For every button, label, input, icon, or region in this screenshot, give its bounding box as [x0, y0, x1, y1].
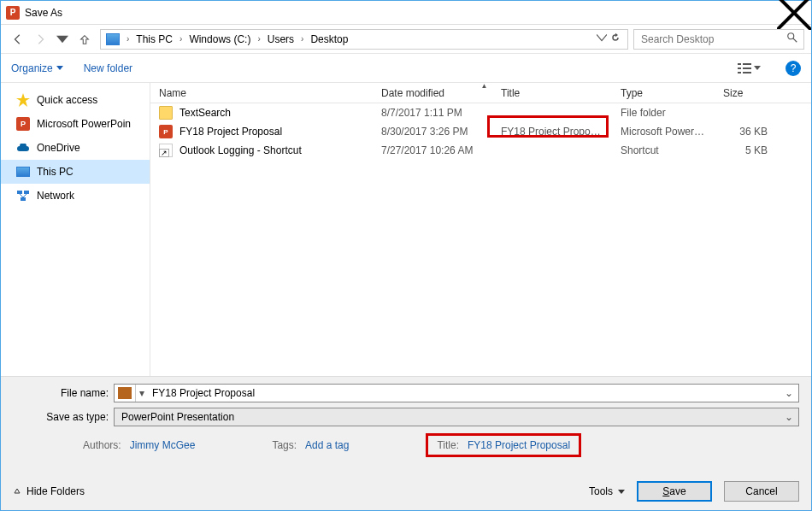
- file-date: 8/30/2017 3:26 PM: [373, 126, 492, 138]
- back-button[interactable]: [8, 29, 28, 50]
- navigation-bar: › This PC › Windows (C:) › Users › Deskt…: [1, 25, 811, 54]
- svg-rect-5: [743, 63, 751, 65]
- sidebar-item-label: Network: [37, 190, 74, 202]
- sidebar-item-network[interactable]: Network: [1, 184, 150, 208]
- new-folder-button[interactable]: New folder: [84, 62, 132, 74]
- breadcrumb-windows-c[interactable]: Windows (C:): [185, 32, 254, 47]
- filename-row: File name: ▾ ⌄: [13, 384, 799, 402]
- forward-button[interactable]: [30, 29, 50, 50]
- sidebar-item-this-pc[interactable]: This PC: [1, 160, 150, 184]
- column-date-modified[interactable]: Date modified: [373, 83, 492, 103]
- file-type: Shortcut: [612, 144, 715, 156]
- tags-label: Tags:: [272, 439, 297, 451]
- svg-rect-9: [743, 72, 751, 73]
- file-type: Microsoft PowerP...: [612, 126, 715, 138]
- file-size: 36 KB: [715, 126, 783, 138]
- sidebar-item-powerpoint[interactable]: P Microsoft PowerPoin: [1, 112, 150, 136]
- file-rows: TextSearch 8/7/2017 1:11 PM File folder …: [150, 103, 811, 376]
- bottom-panel: File name: ▾ ⌄ Save as type: PowerPoint …: [1, 376, 811, 510]
- tags-value[interactable]: Add a tag: [305, 439, 349, 451]
- metadata-row: Authors: Jimmy McGee Tags: Add a tag Tit…: [13, 433, 799, 457]
- search-box[interactable]: [633, 29, 804, 50]
- breadcrumb-this-pc[interactable]: This PC: [132, 32, 176, 47]
- address-bar[interactable]: › This PC › Windows (C:) › Users › Deskt…: [100, 29, 628, 50]
- saveastype-combo[interactable]: PowerPoint Presentation ⌄: [114, 408, 799, 426]
- chevron-right-icon[interactable]: ›: [123, 34, 132, 44]
- chevron-right-icon[interactable]: ›: [297, 34, 307, 44]
- file-date: 7/27/2017 10:26 AM: [373, 144, 492, 156]
- chevron-right-icon[interactable]: ›: [176, 34, 185, 44]
- svg-rect-6: [738, 68, 741, 69]
- sidebar-item-label: OneDrive: [37, 142, 80, 154]
- svg-rect-10: [17, 191, 22, 194]
- up-button[interactable]: [74, 29, 95, 50]
- cancel-button[interactable]: Cancel: [724, 481, 799, 502]
- file-date: 8/7/2017 1:11 PM: [373, 107, 492, 119]
- saveastype-row: Save as type: PowerPoint Presentation ⌄: [13, 408, 799, 426]
- organize-menu[interactable]: Organize: [11, 62, 63, 74]
- filename-input[interactable]: [150, 386, 780, 400]
- saveastype-dropdown[interactable]: ⌄: [783, 408, 795, 426]
- title-bar: P Save As: [1, 1, 811, 25]
- refresh-icon[interactable]: [610, 32, 621, 45]
- svg-point-2: [788, 33, 794, 39]
- saveastype-label: Save as type:: [13, 411, 109, 423]
- network-icon: [16, 189, 30, 203]
- authors-value[interactable]: Jimmy McGee: [130, 439, 196, 451]
- chevron-right-icon[interactable]: ›: [254, 34, 263, 44]
- hide-folders-button[interactable]: Hide Folders: [13, 485, 85, 497]
- svg-rect-8: [738, 72, 741, 73]
- sidebar-item-quick-access[interactable]: Quick access: [1, 88, 150, 112]
- svg-line-13: [20, 194, 23, 197]
- filename-dropdown[interactable]: ⌄: [783, 385, 795, 402]
- column-headers: Name▲ Date modified Title Type Size: [150, 83, 811, 103]
- tools-menu[interactable]: Tools: [589, 485, 625, 497]
- cloud-icon: [16, 141, 30, 155]
- search-input[interactable]: [639, 32, 768, 46]
- window-title: Save As: [25, 7, 62, 19]
- sidebar-item-onedrive[interactable]: OneDrive: [1, 136, 150, 160]
- column-title[interactable]: Title: [492, 83, 612, 103]
- navigation-pane: Quick access P Microsoft PowerPoin OneDr…: [1, 83, 150, 376]
- sidebar-item-label: This PC: [37, 166, 74, 178]
- file-name: Outlook Logging - Shortcut: [150, 144, 373, 157]
- help-button[interactable]: ?: [786, 61, 801, 76]
- svg-line-14: [23, 194, 26, 197]
- saveastype-value: PowerPoint Presentation: [118, 411, 780, 423]
- sidebar-item-label: Microsoft PowerPoin: [37, 118, 131, 130]
- file-row[interactable]: P FY18 Project Proposal 8/30/2017 3:26 P…: [150, 122, 811, 141]
- view-options-button[interactable]: [733, 61, 765, 76]
- column-type[interactable]: Type: [612, 83, 715, 103]
- filename-combo[interactable]: ▾ ⌄: [114, 384, 799, 402]
- search-icon[interactable]: [786, 32, 798, 46]
- column-size[interactable]: Size: [715, 83, 783, 103]
- breadcrumb-desktop[interactable]: Desktop: [307, 32, 351, 47]
- address-dropdown-icon[interactable]: [597, 32, 607, 45]
- star-icon: [16, 93, 30, 107]
- powerpoint-file-icon: P: [159, 125, 173, 138]
- file-row[interactable]: TextSearch 8/7/2017 1:11 PM File folder: [150, 103, 811, 122]
- powerpoint-app-icon: P: [6, 6, 20, 20]
- svg-rect-7: [743, 68, 751, 69]
- file-title: FY18 Project Proposal: [492, 126, 612, 138]
- title-value[interactable]: FY18 Project Proposal: [468, 439, 570, 451]
- folder-icon: [159, 106, 173, 120]
- file-row[interactable]: Outlook Logging - Shortcut 7/27/2017 10:…: [150, 141, 811, 160]
- svg-rect-4: [738, 63, 741, 65]
- sidebar-item-label: Quick access: [37, 94, 97, 106]
- filename-icon-dropdown[interactable]: ▾: [135, 385, 147, 402]
- close-button[interactable]: [777, 1, 811, 25]
- column-name[interactable]: Name▲: [150, 83, 373, 103]
- shortcut-icon: [159, 144, 173, 157]
- svg-rect-11: [24, 191, 29, 194]
- pc-icon: [16, 167, 30, 177]
- save-button[interactable]: Save: [637, 481, 712, 502]
- file-name: TextSearch: [150, 106, 373, 120]
- svg-line-3: [793, 38, 797, 42]
- file-list-pane: Name▲ Date modified Title Type Size Text…: [150, 83, 811, 376]
- file-name: P FY18 Project Proposal: [150, 125, 373, 138]
- breadcrumb-users[interactable]: Users: [264, 32, 297, 47]
- file-type-icon: [118, 387, 132, 399]
- authors-label: Authors:: [83, 439, 121, 451]
- recent-locations-button[interactable]: [52, 29, 73, 50]
